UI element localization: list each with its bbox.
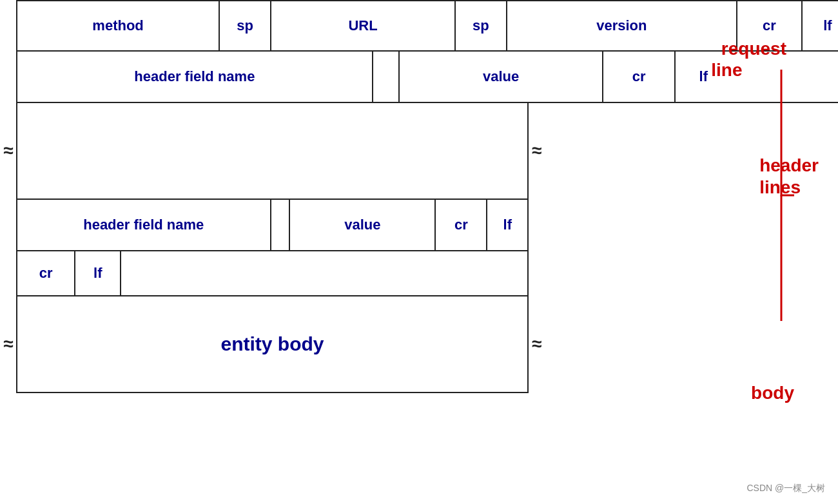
cr4-cell: cr [17, 251, 75, 295]
body-label: body [751, 382, 794, 404]
squiggle-left-top: ≈ [3, 142, 13, 160]
crlf-final-row: cr lf [16, 251, 529, 296]
value-1-cell: value [400, 52, 603, 102]
header-field-2-row: header field name value cr lf [16, 200, 529, 251]
header-field-name-1-cell: header field name [17, 52, 373, 102]
colon-cell [373, 52, 400, 102]
method-cell: method [16, 0, 220, 52]
header-lines-label: header lines [759, 155, 819, 198]
version-cell: version [507, 0, 737, 52]
entity-body-label: entity body [220, 333, 324, 355]
lf4-cell: lf [75, 251, 121, 295]
squiggle-right-top: ≈ [532, 142, 541, 160]
squiggle-right-body: ≈ [532, 335, 541, 353]
sp2-cell: sp [456, 0, 507, 52]
header-field-name-2-cell: header field name [17, 200, 271, 250]
cr3-cell: cr [436, 200, 487, 250]
watermark: CSDN @一棵_大树 [746, 483, 825, 494]
lf3-cell: lf [487, 200, 527, 250]
entity-body-row: ≈ entity body ≈ [16, 296, 529, 393]
cr2-cell: cr [603, 52, 676, 102]
colon2-cell [271, 200, 291, 250]
sp1-cell: sp [220, 0, 271, 52]
squiggle-left-body: ≈ [3, 335, 13, 353]
url-cell: URL [271, 0, 456, 52]
value-2-cell: value [290, 200, 436, 250]
request-line-label: request line [711, 16, 786, 81]
middle-squiggle-area: ≈ ≈ [16, 103, 529, 200]
lf1-cell: lf [803, 0, 838, 52]
